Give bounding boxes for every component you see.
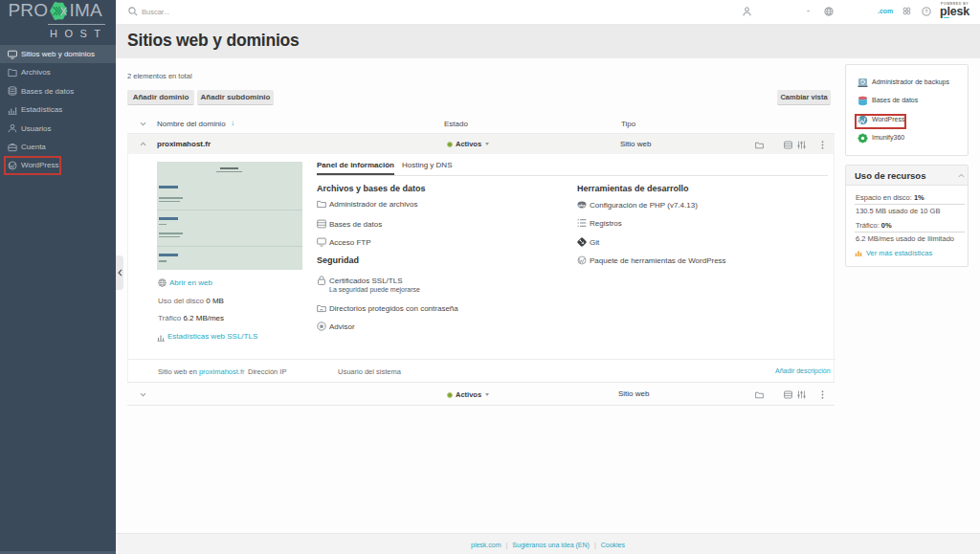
- svg-text:?: ?: [924, 9, 928, 14]
- svg-text:php: php: [578, 203, 586, 208]
